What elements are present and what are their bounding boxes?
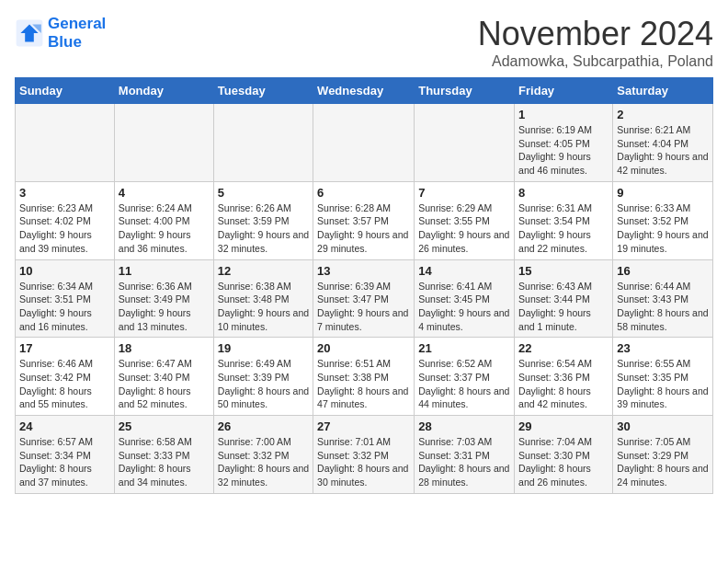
calendar-cell: 30Sunrise: 7:05 AM Sunset: 3:29 PM Dayli… — [613, 416, 713, 494]
logo: General Blue — [15, 15, 106, 52]
month-title: November 2024 — [478, 15, 713, 53]
day-number: 1 — [518, 108, 609, 121]
logo-icon — [15, 18, 44, 48]
calendar-cell: 27Sunrise: 7:01 AM Sunset: 3:32 PM Dayli… — [313, 416, 415, 494]
day-number: 4 — [119, 186, 210, 200]
calendar-cell: 17Sunrise: 6:46 AM Sunset: 3:42 PM Dayli… — [16, 338, 115, 416]
calendar-cell: 15Sunrise: 6:43 AM Sunset: 3:44 PM Dayli… — [515, 259, 613, 338]
day-info: Sunrise: 7:05 AM Sunset: 3:29 PM Dayligh… — [617, 435, 709, 489]
weekday-header: Wednesday — [313, 78, 415, 104]
header: General Blue November 2024 Adamowka, Sub… — [15, 15, 713, 70]
day-info: Sunrise: 6:24 AM Sunset: 4:00 PM Dayligh… — [119, 201, 210, 256]
calendar-cell — [313, 104, 415, 182]
day-number: 8 — [518, 186, 609, 200]
day-info: Sunrise: 7:00 AM Sunset: 3:32 PM Dayligh… — [218, 435, 309, 489]
calendar-cell: 6Sunrise: 6:28 AM Sunset: 3:57 PM Daylig… — [313, 181, 415, 259]
day-info: Sunrise: 6:52 AM Sunset: 3:37 PM Dayligh… — [418, 357, 510, 411]
calendar-cell: 4Sunrise: 6:24 AM Sunset: 4:00 PM Daylig… — [114, 181, 213, 259]
day-info: Sunrise: 6:26 AM Sunset: 3:59 PM Dayligh… — [218, 201, 309, 256]
day-info: Sunrise: 6:51 AM Sunset: 3:38 PM Dayligh… — [317, 357, 410, 411]
day-info: Sunrise: 6:43 AM Sunset: 3:44 PM Dayligh… — [518, 280, 609, 334]
calendar-cell — [16, 104, 115, 182]
day-number: 11 — [119, 264, 210, 278]
calendar-week-row: 17Sunrise: 6:46 AM Sunset: 3:42 PM Dayli… — [16, 338, 713, 416]
day-number: 7 — [418, 186, 510, 200]
day-info: Sunrise: 6:49 AM Sunset: 3:39 PM Dayligh… — [218, 357, 309, 411]
day-info: Sunrise: 6:54 AM Sunset: 3:36 PM Dayligh… — [518, 357, 609, 411]
calendar-cell: 26Sunrise: 7:00 AM Sunset: 3:32 PM Dayli… — [213, 416, 313, 494]
calendar-cell: 2Sunrise: 6:21 AM Sunset: 4:04 PM Daylig… — [613, 104, 713, 182]
day-number: 24 — [19, 419, 110, 433]
day-number: 16 — [617, 264, 709, 278]
calendar-cell — [415, 104, 515, 182]
calendar-cell: 5Sunrise: 6:26 AM Sunset: 3:59 PM Daylig… — [213, 181, 313, 259]
day-number: 2 — [617, 108, 709, 121]
weekday-header: Friday — [515, 78, 613, 104]
day-info: Sunrise: 6:34 AM Sunset: 3:51 PM Dayligh… — [19, 280, 110, 334]
calendar-cell: 23Sunrise: 6:55 AM Sunset: 3:35 PM Dayli… — [613, 338, 713, 416]
day-info: Sunrise: 6:58 AM Sunset: 3:33 PM Dayligh… — [119, 435, 210, 489]
day-number: 14 — [418, 264, 510, 278]
day-info: Sunrise: 6:41 AM Sunset: 3:45 PM Dayligh… — [418, 280, 510, 334]
day-info: Sunrise: 6:55 AM Sunset: 3:35 PM Dayligh… — [617, 357, 709, 411]
weekday-header: Sunday — [16, 78, 115, 104]
day-number: 22 — [518, 341, 609, 355]
day-number: 13 — [317, 264, 410, 278]
calendar-cell: 14Sunrise: 6:41 AM Sunset: 3:45 PM Dayli… — [415, 259, 515, 338]
day-info: Sunrise: 7:03 AM Sunset: 3:31 PM Dayligh… — [418, 435, 510, 489]
weekday-header: Saturday — [613, 78, 713, 104]
day-info: Sunrise: 6:28 AM Sunset: 3:57 PM Dayligh… — [317, 201, 410, 256]
calendar-cell: 9Sunrise: 6:33 AM Sunset: 3:52 PM Daylig… — [613, 181, 713, 259]
day-number: 27 — [317, 419, 410, 433]
day-info: Sunrise: 6:36 AM Sunset: 3:49 PM Dayligh… — [119, 280, 210, 334]
day-number: 26 — [218, 419, 309, 433]
day-info: Sunrise: 6:33 AM Sunset: 3:52 PM Dayligh… — [617, 201, 709, 256]
day-info: Sunrise: 6:38 AM Sunset: 3:48 PM Dayligh… — [218, 280, 309, 334]
calendar-cell: 25Sunrise: 6:58 AM Sunset: 3:33 PM Dayli… — [114, 416, 213, 494]
day-info: Sunrise: 6:44 AM Sunset: 3:43 PM Dayligh… — [617, 280, 709, 334]
weekday-header: Thursday — [415, 78, 515, 104]
calendar-cell — [114, 104, 213, 182]
calendar-cell: 7Sunrise: 6:29 AM Sunset: 3:55 PM Daylig… — [415, 181, 515, 259]
title-area: November 2024 Adamowka, Subcarpathia, Po… — [478, 15, 713, 70]
day-number: 19 — [218, 341, 309, 355]
calendar-cell: 8Sunrise: 6:31 AM Sunset: 3:54 PM Daylig… — [515, 181, 613, 259]
day-info: Sunrise: 6:57 AM Sunset: 3:34 PM Dayligh… — [19, 435, 110, 489]
day-number: 3 — [19, 186, 110, 200]
day-number: 21 — [418, 341, 510, 355]
day-info: Sunrise: 6:23 AM Sunset: 4:02 PM Dayligh… — [19, 201, 110, 256]
calendar-body: 1Sunrise: 6:19 AM Sunset: 4:05 PM Daylig… — [16, 104, 713, 494]
calendar-cell: 21Sunrise: 6:52 AM Sunset: 3:37 PM Dayli… — [415, 338, 515, 416]
day-number: 6 — [317, 186, 410, 200]
day-info: Sunrise: 6:19 AM Sunset: 4:05 PM Dayligh… — [518, 123, 609, 178]
day-info: Sunrise: 6:21 AM Sunset: 4:04 PM Dayligh… — [617, 123, 709, 178]
weekday-header: Tuesday — [213, 78, 313, 104]
calendar-week-row: 10Sunrise: 6:34 AM Sunset: 3:51 PM Dayli… — [16, 259, 713, 338]
calendar-table: SundayMondayTuesdayWednesdayThursdayFrid… — [15, 77, 713, 494]
calendar-header-row: SundayMondayTuesdayWednesdayThursdayFrid… — [16, 78, 713, 104]
day-number: 5 — [218, 186, 309, 200]
calendar-cell: 20Sunrise: 6:51 AM Sunset: 3:38 PM Dayli… — [313, 338, 415, 416]
day-number: 20 — [317, 341, 410, 355]
day-info: Sunrise: 6:29 AM Sunset: 3:55 PM Dayligh… — [418, 201, 510, 256]
calendar-week-row: 1Sunrise: 6:19 AM Sunset: 4:05 PM Daylig… — [16, 104, 713, 182]
day-number: 17 — [19, 341, 110, 355]
day-number: 10 — [19, 264, 110, 278]
calendar-cell: 24Sunrise: 6:57 AM Sunset: 3:34 PM Dayli… — [16, 416, 115, 494]
calendar-cell: 22Sunrise: 6:54 AM Sunset: 3:36 PM Dayli… — [515, 338, 613, 416]
day-info: Sunrise: 6:31 AM Sunset: 3:54 PM Dayligh… — [518, 201, 609, 256]
day-number: 15 — [518, 264, 609, 278]
day-number: 30 — [617, 419, 709, 433]
day-number: 29 — [518, 419, 609, 433]
calendar-cell: 28Sunrise: 7:03 AM Sunset: 3:31 PM Dayli… — [415, 416, 515, 494]
calendar-week-row: 24Sunrise: 6:57 AM Sunset: 3:34 PM Dayli… — [16, 416, 713, 494]
day-number: 25 — [119, 419, 210, 433]
calendar-cell: 10Sunrise: 6:34 AM Sunset: 3:51 PM Dayli… — [16, 259, 115, 338]
calendar-cell: 3Sunrise: 6:23 AM Sunset: 4:02 PM Daylig… — [16, 181, 115, 259]
day-info: Sunrise: 7:04 AM Sunset: 3:30 PM Dayligh… — [518, 435, 609, 489]
day-info: Sunrise: 6:46 AM Sunset: 3:42 PM Dayligh… — [19, 357, 110, 411]
location-title: Adamowka, Subcarpathia, Poland — [478, 53, 713, 70]
day-number: 23 — [617, 341, 709, 355]
calendar-cell: 1Sunrise: 6:19 AM Sunset: 4:05 PM Daylig… — [515, 104, 613, 182]
calendar-cell — [213, 104, 313, 182]
